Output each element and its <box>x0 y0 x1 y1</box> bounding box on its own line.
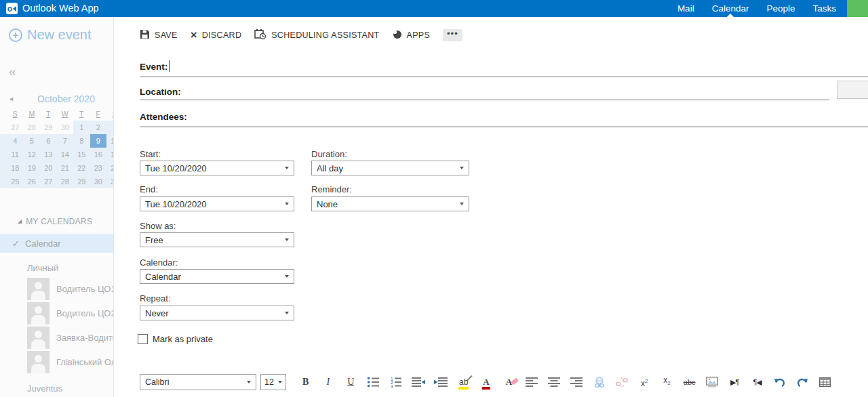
calendar-day-30[interactable]: 30 <box>90 175 107 188</box>
highlight-button[interactable]: ab <box>452 373 475 391</box>
end-date-select[interactable]: Tue 10/20/2020 <box>140 196 294 211</box>
scheduling-assistant-button[interactable]: SCHEDULING ASSISTANT <box>254 27 379 43</box>
event-input[interactable] <box>175 58 867 74</box>
undo-button[interactable] <box>768 373 791 391</box>
new-event-button[interactable]: New event <box>9 27 92 43</box>
calendar-day-28[interactable]: 28 <box>24 121 41 134</box>
numbered-list-button[interactable]: 123 <box>384 373 407 391</box>
insert-link-button[interactable] <box>588 373 610 391</box>
nav-item-calendar[interactable]: Calendar <box>712 0 749 17</box>
font-family-select[interactable]: Calibri <box>140 374 256 390</box>
nav-item-people[interactable]: People <box>766 0 795 17</box>
repeat-select[interactable]: Never <box>140 306 294 320</box>
calendar-day-27[interactable]: 27 <box>40 175 57 188</box>
apps-button[interactable]: APPS <box>393 27 431 43</box>
sidebar-item-calendar[interactable]: ✓Calendar <box>0 234 113 253</box>
mark-private-checkbox[interactable] <box>138 334 148 344</box>
attendees-input[interactable] <box>195 109 867 125</box>
sidebar-item-person[interactable]: Водитель ЦО2 <box>0 302 113 325</box>
calendar-day-20[interactable]: 20 <box>40 161 57 175</box>
subscript-button[interactable]: x2 <box>656 373 678 391</box>
add-room-button[interactable] <box>837 81 868 99</box>
ltr-button[interactable]: ▶¶ <box>724 373 746 391</box>
calendar-day-16[interactable]: 16 <box>90 148 107 161</box>
calendar-day-13[interactable]: 13 <box>40 148 57 161</box>
italic-button[interactable]: I <box>317 373 339 391</box>
calendar-day-21[interactable]: 21 <box>57 161 74 175</box>
calendar-day-26[interactable]: 26 <box>24 175 41 188</box>
calendar-day-1[interactable]: 1 <box>73 121 90 134</box>
calendar-day-31[interactable]: 31 <box>106 175 113 188</box>
more-actions-button[interactable]: ••• <box>443 29 462 41</box>
calendar-day-15[interactable]: 15 <box>73 148 90 161</box>
bullet-list-button[interactable] <box>362 373 384 391</box>
font-color-button[interactable]: A <box>475 373 497 391</box>
calendar-day-24[interactable]: 24 <box>106 161 113 175</box>
decrease-indent-button[interactable] <box>407 373 429 391</box>
calendar-prev-month-button[interactable]: ◄ <box>8 96 14 102</box>
superscript-button[interactable]: x2 <box>633 373 655 391</box>
save-button[interactable]: SAVE <box>140 27 178 43</box>
calendar-day-14[interactable]: 14 <box>57 148 74 161</box>
calendar-day-6[interactable]: 6 <box>40 134 57 148</box>
nav-item-tasks[interactable]: Tasks <box>812 0 836 17</box>
sidebar-item-person[interactable]: Водитель ЦО1 <box>0 278 113 300</box>
increase-indent-button[interactable] <box>430 373 452 391</box>
calendar-day-11[interactable]: 11 <box>7 148 24 161</box>
showas-select[interactable]: Free <box>140 232 294 247</box>
insert-table-button[interactable] <box>814 373 836 391</box>
calendar-day-9[interactable]: 9 <box>90 134 107 148</box>
calendar-day-2[interactable]: 2 <box>90 121 107 134</box>
remove-link-button[interactable] <box>610 373 633 391</box>
font-size-select[interactable]: 12 <box>260 374 286 390</box>
sidebar-item-person[interactable]: Глівінський Оле <box>0 351 113 373</box>
rtl-button[interactable]: ¶◀ <box>746 373 768 391</box>
strikethrough-button[interactable]: abc <box>678 373 701 391</box>
align-right-button[interactable] <box>566 373 588 391</box>
calendar-select[interactable]: Calendar <box>140 269 294 284</box>
align-center-button[interactable] <box>542 373 565 391</box>
calendar-day-3[interactable]: 3 <box>106 121 113 134</box>
nav-item-mail[interactable]: Mail <box>677 0 694 17</box>
calendar-day-4[interactable]: 4 <box>7 134 24 148</box>
calendar-day-5[interactable]: 5 <box>24 134 41 148</box>
calendar-day-22[interactable]: 22 <box>73 161 90 175</box>
calendar-day-18[interactable]: 18 <box>7 161 24 175</box>
duration-select[interactable]: All day <box>311 161 469 175</box>
collapse-sidebar-button[interactable]: « <box>9 64 16 79</box>
clear-formatting-button[interactable]: A <box>498 373 520 391</box>
calendar-day-19[interactable]: 19 <box>24 161 41 175</box>
calendar-day-25[interactable]: 25 <box>7 175 24 188</box>
align-left-button[interactable] <box>520 373 542 391</box>
day-header: F <box>90 109 107 121</box>
calendar-day-29[interactable]: 29 <box>40 121 57 134</box>
sidebar-group-label[interactable]: Личный <box>0 261 113 276</box>
calendar-day-8[interactable]: 8 <box>73 134 90 148</box>
showas-label: Show as: <box>140 221 176 231</box>
sidebar-group-label[interactable]: Juventus <box>0 381 113 396</box>
calendar-day-23[interactable]: 23 <box>90 161 107 175</box>
scheduling-assistant-icon <box>254 28 267 42</box>
calendar-day-17[interactable]: 17 <box>106 148 113 161</box>
calendar-day-7[interactable]: 7 <box>57 134 74 148</box>
discard-button[interactable]: × DISCARD <box>191 27 242 43</box>
redo-button[interactable] <box>791 373 814 391</box>
sidebar-item-person[interactable]: Заявка-Водител <box>0 327 113 349</box>
calendar-day-10[interactable]: 10 <box>106 134 113 148</box>
reminder-select[interactable]: None <box>311 196 469 211</box>
insert-picture-button[interactable] <box>701 373 723 391</box>
start-date-select[interactable]: Tue 10/20/2020 <box>140 161 294 175</box>
person-calendar-label: Водитель ЦО2 <box>56 308 113 318</box>
calendar-day-28[interactable]: 28 <box>57 175 74 188</box>
calendar-day-30[interactable]: 30 <box>57 121 74 134</box>
my-calendars-header[interactable]: ◢MY CALENDARS <box>0 215 113 227</box>
calendar-day-27[interactable]: 27 <box>7 121 24 134</box>
svg-text:3: 3 <box>391 383 393 388</box>
calendar-day-29[interactable]: 29 <box>73 175 90 188</box>
calendar-label: Calendar: <box>140 257 178 268</box>
bold-button[interactable]: B <box>294 373 317 391</box>
location-input[interactable] <box>189 83 826 100</box>
outlook-logo-icon[interactable]: o <box>6 3 18 14</box>
calendar-day-12[interactable]: 12 <box>24 148 41 161</box>
underline-button[interactable]: U <box>340 373 362 391</box>
